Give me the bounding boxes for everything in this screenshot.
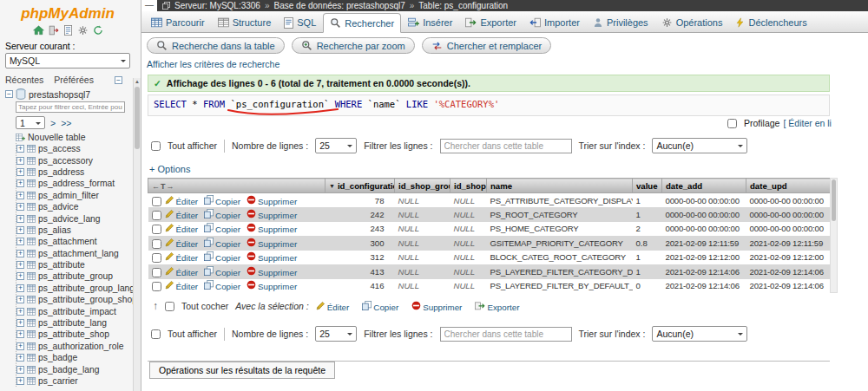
rows-count-select[interactable]: 25 <box>315 138 357 153</box>
column-header-date_upd[interactable]: date_upd <box>746 179 831 193</box>
delete-link[interactable]: Supprimer <box>247 239 297 249</box>
tab-structure[interactable]: Structure <box>212 13 278 32</box>
delete-link[interactable]: Supprimer <box>247 211 297 220</box>
refresh-icon[interactable] <box>93 25 103 36</box>
sort-index-select[interactable]: Aucun(e) <box>652 138 747 153</box>
sidebar-item-ps_advice[interactable]: +ps_advice <box>16 201 130 212</box>
database-name[interactable]: prestashopsql7 <box>29 89 90 100</box>
breadcrumb-database[interactable]: Base de données: prestashopsql7 <box>274 1 405 10</box>
sidebar-item-ps_advice_lang[interactable]: +ps_advice_lang <box>16 212 130 224</box>
collapse-all-icon[interactable]: − <box>115 76 122 84</box>
sidebar-item-ps_attribute_impact[interactable]: +ps_attribute_impact <box>16 305 130 316</box>
expand-icon[interactable]: + <box>16 179 24 187</box>
sidebar-item-ps_attachment_lang[interactable]: +ps_attachment_lang <box>16 248 130 259</box>
row-checkbox[interactable] <box>152 197 161 206</box>
results-scrollbar-thumb[interactable] <box>832 179 836 221</box>
selected-delete-link[interactable]: Supprimer <box>411 301 462 312</box>
breadcrumb-table[interactable]: Table: ps_configuration <box>418 1 508 10</box>
tree-next-page-link[interactable]: > <box>50 118 56 128</box>
column-header-id_shop[interactable]: id_shop <box>450 179 487 193</box>
expand-icon[interactable]: + <box>16 330 24 338</box>
tab-privileges[interactable]: Privilèges <box>587 13 654 32</box>
expand-icon[interactable]: + <box>16 342 24 350</box>
edit-link[interactable]: Éditer <box>165 253 199 263</box>
settings-icon[interactable] <box>77 25 89 36</box>
console-minimize-icon[interactable]: — <box>141 0 157 11</box>
sidebar-item-ps_badge_lang[interactable]: +ps_badge_lang <box>16 363 130 375</box>
copy-link[interactable]: Copier <box>204 225 240 234</box>
profiling-checkbox[interactable] <box>727 119 737 128</box>
database-node[interactable]: − prestashopsql7 <box>5 88 130 101</box>
edit-link[interactable]: Éditer <box>165 268 199 277</box>
expand-icon[interactable]: + <box>16 226 24 234</box>
tab-rechercher[interactable]: Rechercher <box>323 13 401 33</box>
expand-icon[interactable]: + <box>16 354 24 362</box>
subtab-table-search[interactable]: Recherche dans la table <box>147 37 285 54</box>
tab-exporter[interactable]: Exporter <box>459 13 523 32</box>
sidebar-item-ps_attachment[interactable]: +ps_attachment <box>16 236 130 247</box>
expand-icon[interactable]: + <box>16 296 24 303</box>
filter-rows-input[interactable] <box>440 139 572 153</box>
row-checkbox[interactable] <box>152 225 161 234</box>
tree-page-select[interactable]: 1 <box>16 116 45 129</box>
show-all-checkbox[interactable] <box>151 329 161 339</box>
edit-link[interactable]: Éditer <box>165 211 199 220</box>
expand-icon[interactable]: + <box>16 261 24 269</box>
expand-icon[interactable]: + <box>16 238 24 245</box>
expand-icon[interactable]: + <box>16 308 24 316</box>
tree-filter-input[interactable] <box>16 101 125 113</box>
results-scrollbar[interactable] <box>830 178 838 293</box>
expand-icon[interactable]: + <box>16 168 24 176</box>
sidebar-item-ps_attribute_group[interactable]: +ps_attribute_group <box>16 270 130 282</box>
expand-icon[interactable]: + <box>16 157 24 165</box>
column-header-id_shop_group[interactable]: id_shop_group <box>395 179 450 193</box>
tab-declencheurs[interactable]: Déclencheurs <box>729 13 812 32</box>
row-checkbox[interactable] <box>152 253 161 263</box>
tab-importer[interactable]: Importer <box>523 13 586 32</box>
expand-icon[interactable]: + <box>16 192 24 199</box>
new-table-link[interactable]: Nouvelle table <box>16 131 130 143</box>
collapse-icon[interactable]: − <box>5 90 13 98</box>
edit-link[interactable]: Éditer <box>165 197 199 206</box>
sidebar-item-ps_attribute_shop[interactable]: +ps_attribute_shop <box>16 329 130 340</box>
breadcrumb-server[interactable]: Serveur: MySQL:3306 <box>174 1 260 10</box>
selected-edit-link[interactable]: Éditer <box>316 301 350 312</box>
copy-link[interactable]: Copier <box>204 211 240 220</box>
col-move-left-icon[interactable]: ← <box>152 182 161 191</box>
tree-last-page-link[interactable]: >> <box>61 118 71 128</box>
filter-rows-input[interactable] <box>440 327 572 342</box>
delete-link[interactable]: Supprimer <box>247 197 297 206</box>
logout-icon[interactable] <box>49 25 59 36</box>
delete-link[interactable]: Supprimer <box>247 225 297 234</box>
sidebar-item-ps_attribute[interactable]: +ps_attribute <box>16 259 130 270</box>
sidebar-item-ps_address_format[interactable]: +ps_address_format <box>16 178 130 189</box>
sidebar-item-ps_authorization_role[interactable]: +ps_authorization_role <box>16 341 130 352</box>
row-checkbox[interactable] <box>152 268 161 277</box>
sidebar-item-ps_alias[interactable]: +ps_alias <box>16 225 130 236</box>
check-all-checkbox[interactable] <box>165 302 174 311</box>
show-search-criteria-link[interactable]: Afficher les critères de recherche <box>147 59 279 69</box>
copy-link[interactable]: Copier <box>204 197 240 206</box>
expand-icon[interactable]: + <box>16 272 24 280</box>
expand-icon[interactable]: + <box>16 366 24 374</box>
favorite-tables-link[interactable]: Préférées <box>54 75 94 85</box>
delete-link[interactable]: Supprimer <box>247 253 297 263</box>
subtab-zoom-search[interactable]: Recherche par zoom <box>292 37 415 54</box>
recent-tables-link[interactable]: Récentes <box>5 75 43 85</box>
row-checkbox[interactable] <box>152 282 161 291</box>
selected-export-link[interactable]: Exporter <box>475 301 519 312</box>
sidebar-item-ps_badge[interactable]: +ps_badge <box>16 352 130 363</box>
expand-icon[interactable]: + <box>16 284 24 292</box>
selected-copy-link[interactable]: Copier <box>362 301 398 312</box>
tab-inserer[interactable]: Insérer <box>402 13 458 32</box>
copy-link[interactable]: Copier <box>204 253 240 263</box>
column-header-date_add[interactable]: date_add <box>662 179 746 193</box>
sidebar-item-ps_attribute_group_shop[interactable]: +ps_attribute_group_shop <box>16 294 130 305</box>
docs-icon[interactable] <box>63 25 73 36</box>
options-toggle-link[interactable]: + Options <box>149 164 190 174</box>
expand-icon[interactable]: + <box>16 377 24 385</box>
sidebar-scrollbar-thumb[interactable] <box>135 87 140 149</box>
sidebar-scrollbar[interactable]: ▲ <box>133 78 141 391</box>
edit-link[interactable]: Éditer <box>165 239 199 249</box>
column-header-id_configuration[interactable]: ▼id_configuration <box>326 179 395 193</box>
